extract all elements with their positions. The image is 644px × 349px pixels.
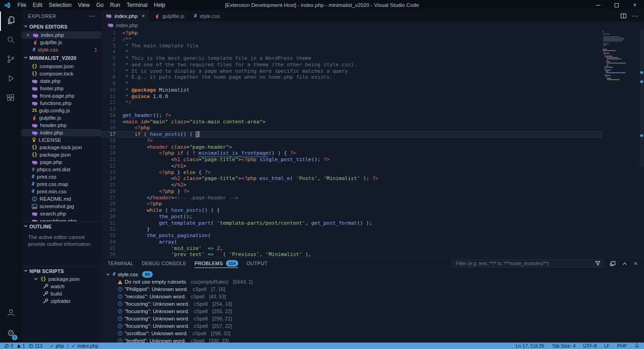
code-line-25[interactable]: 25 </h2> [101,182,602,188]
code-line-19[interactable]: 19 <header class="page-header"> [101,144,602,151]
activity-settings[interactable]: ⚙1 [0,323,22,343]
file-item[interactable]: page.php [22,158,101,166]
code-line-26[interactable]: 26 <?php } ?> [101,188,602,195]
panel-tab-terminal[interactable]: TERMINAL [108,257,133,269]
filter-input[interactable] [455,260,592,267]
problem-row[interactable]: i"Philippot": Unknown word.cSpell[7, 16] [101,285,644,293]
file-item[interactable]: searchform.php [22,217,101,221]
close-panel-icon[interactable]: × [634,260,638,267]
problems-status[interactable]: 0 1 113 [5,343,42,349]
notifications-bell-icon[interactable] [634,343,639,349]
menu-view[interactable]: View [75,0,93,10]
code-line-18[interactable]: 18 ?> [101,138,602,144]
problems-filter[interactable] [452,259,604,268]
code-line-28[interactable]: 28 <?php [101,201,602,207]
problem-row[interactable]: i"focusring": Unknown word.cSpell[256, 2… [101,315,644,322]
file-item[interactable]: {}package-lock.json [22,144,101,151]
code-line-17[interactable]: 17 if ( have_posts() ) { [101,131,602,138]
code-line-15[interactable]: 15<main id="main" class="site-main conte… [101,119,602,125]
tab-style.css[interactable]: #style.css [190,10,225,22]
code-line-16[interactable]: 16 <?php [101,125,602,131]
status-language-mode[interactable]: PHP [617,343,627,349]
code-line-8[interactable]: 8 * E.g., it puts together the home page… [101,74,602,81]
activity-extensions[interactable] [0,89,22,108]
open-editor-item[interactable]: ×index.php [22,31,101,39]
code-line-23[interactable]: 23 <?php } else { ?> [101,169,602,176]
code-line-30[interactable]: 30 the_post(); [101,214,602,220]
code-line-7[interactable]: 7 * It is used to display a page when no… [101,68,602,75]
menu-selection[interactable]: Selection [46,0,75,10]
code-line-14[interactable]: 14get_header(); ?> [101,112,602,119]
menu-terminal[interactable]: Terminal [123,0,150,10]
activity-search[interactable] [0,31,22,50]
code-line-12[interactable]: 12 */ [101,99,602,106]
status-encoding[interactable]: UTF-8 [583,343,597,349]
code-line-36[interactable]: 36 'prev_text' => __( 'Previous', 'Minim… [101,251,602,257]
activity-source-control[interactable] [0,50,22,70]
open-editor-item[interactable]: #style.css1 [22,46,101,53]
code-line-24[interactable]: 24 <h2 class="page-title"><?php esc_html… [101,175,602,182]
code-line-10[interactable]: 10 * @package Minimalist [101,87,602,93]
file-item[interactable]: #print.css.map [22,180,101,188]
outline-header[interactable]: OUTLINE [22,221,101,231]
code-line-6[interactable]: 6 * and one of the two required files fo… [101,62,602,68]
file-item[interactable]: JSgulp.config.js [22,107,101,114]
code-line-22[interactable]: 22 </h1> [101,163,602,169]
minimap[interactable] [603,31,637,81]
problem-row[interactable]: Do not use empty rulesetscss(emptyRules)… [101,278,644,285]
breadcrumb[interactable]: index.php [101,22,644,29]
code-editor[interactable]: 1<?php2/**3 * The main template file4 *5… [101,29,644,257]
problem-row[interactable]: i"scrollbar": Unknown word.cSpell[298, 3… [101,330,644,337]
file-item[interactable]: #print.css [22,173,101,180]
file-item[interactable]: date.php [22,77,101,85]
file-item[interactable]: README.md [22,195,101,203]
file-item[interactable]: {}composer.lock [22,70,101,77]
code-line-1[interactable]: 1<?php [101,30,602,36]
file-item[interactable]: footer.php [22,85,101,92]
lint-status[interactable]: ✓php|✓index.php [50,343,98,349]
npm-scripts-header[interactable]: NPM SCRIPTS [22,266,101,275]
file-item[interactable]: index.php [22,129,101,136]
code-line-9[interactable]: 9 * [101,81,602,87]
maximize-button[interactable] [607,0,626,10]
file-item[interactable]: #print.min.css [22,188,101,195]
code-line-20[interactable]: 20 <?php if ( ! minimalist_is_frontpage(… [101,150,602,157]
npm-script-zipfolder[interactable]: zipfolder [22,297,101,305]
code-line-4[interactable]: 4 * [101,49,602,55]
open-editor-item[interactable]: gulpfile.js [22,39,101,46]
npm-package-json[interactable]: {}package.json [22,275,101,283]
code-line-11[interactable]: 11 * @since 1.0.0 [101,93,602,100]
code-line-5[interactable]: 5 * This is the most generic template fi… [101,55,602,62]
status-indentation[interactable]: Tab Size: 4 [552,343,575,349]
more-actions-icon[interactable]: ··· [632,13,639,19]
problem-row[interactable]: i"focusring": Unknown word.cSpell[254, 1… [101,300,644,308]
split-editor-icon[interactable] [621,13,627,18]
panel-tab-debug-console[interactable]: DEBUG CONSOLE [142,257,186,269]
open-editors-header[interactable]: OPEN EDITORS [22,22,101,31]
close-tab-icon[interactable]: × [142,13,145,19]
close-editor-icon[interactable]: × [25,32,30,38]
tab-index.php[interactable]: index.php× [101,10,150,22]
file-item[interactable]: functions.php [22,99,101,107]
problem-row[interactable]: i"textfield": Unknown word.cSpell[330, 2… [101,337,644,343]
code-line-3[interactable]: 3 * The main template file [101,43,602,49]
activity-accounts[interactable] [0,304,22,323]
file-item[interactable]: {}package.json [22,151,101,158]
tab-gulpfile.js[interactable]: gulpfile.js [150,10,190,22]
file-item[interactable]: header.php [22,122,101,129]
code-line-29[interactable]: 29 while ( have_posts() ) { [101,207,602,214]
code-line-13[interactable]: 13 [101,106,602,112]
code-line-27[interactable]: 27 </header><!-- .page-header --> [101,195,602,201]
menu-help[interactable]: Help [151,0,169,10]
panel-layout-icon[interactable] [610,261,615,266]
file-item[interactable]: front-page.php [22,92,101,99]
code-line-21[interactable]: 21 <h1 class="page-title"><?php single_p… [101,157,602,163]
file-item[interactable]: {}composer.json [22,63,101,70]
status-eol[interactable]: LF [604,343,610,349]
menu-run[interactable]: Run [107,0,123,10]
problem-row[interactable]: i"focusring": Unknown word.cSpell[255, 2… [101,308,644,315]
file-item[interactable]: LICENSE [22,136,101,144]
activity-run-and-debug[interactable] [0,70,22,89]
menu-go[interactable]: Go [93,0,107,10]
panel-tab-problems[interactable]: PROBLEMS114 [195,257,238,269]
